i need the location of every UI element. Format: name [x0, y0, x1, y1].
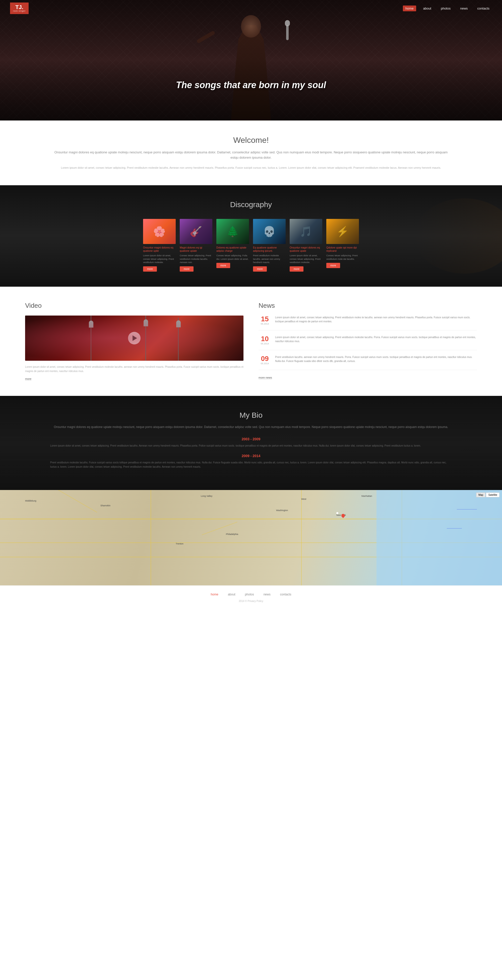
map-content: Middleburg Shamokin Long Valley West Man… [0, 490, 502, 585]
discography-section: Discography 🌸 Onsuntur magni dolores eq … [0, 185, 502, 287]
album-item-4: 💀 Eq quatione quatione adipiscing ipicun… [253, 219, 286, 272]
bio-period-label-2: 2009 - 2014 [50, 454, 452, 458]
map-section[interactable]: Middleburg Shamokin Long Valley West Man… [0, 490, 502, 585]
album-cover-4: 💀 [253, 219, 286, 244]
map-label-5: Manhattan [361, 495, 372, 497]
news-text-2: Lorem ipsum dolor sit amet, consec tetue… [275, 336, 477, 345]
bio-period-text-2: Prent vestibulum molestie lacuths. Fuisc… [50, 460, 452, 469]
news-text-3: Prent vestibulum lacuths. aenean non umm… [275, 355, 477, 365]
map-btn-satellite[interactable]: Satellite [486, 493, 499, 497]
map-label-4: West [301, 498, 306, 500]
album-title-4: Eq quatione quatione adipiscing ipicunt. [253, 246, 286, 253]
album-more-btn-2[interactable]: more [180, 266, 194, 272]
album-art-5: 🎵 [290, 219, 322, 244]
map-road-diag-1 [54, 490, 97, 512]
logo-initials: TJ. [15, 5, 23, 10]
album-item-6: ⚡ Qdolore upate opi more dpi replicand C… [326, 219, 359, 272]
news-day-1: 15 [259, 315, 271, 323]
footer-nav-photos[interactable]: photos [243, 592, 257, 597]
welcome-title: Welcome! [50, 135, 452, 145]
album-more-btn-5[interactable]: more [290, 266, 303, 272]
album-item-1: 🌸 Onsuntur magni dolores eq quatione upi… [143, 219, 176, 272]
singer-mic [286, 25, 289, 40]
map-water-line-1 [457, 509, 477, 509]
news-column: News 15 05.2014 Lorem ipsum dolor sit am… [259, 302, 477, 381]
bio-period-1: 2003 - 2009 Lorem ipsum dolor sit amet, … [50, 437, 452, 448]
nav-about[interactable]: about [421, 6, 434, 11]
album-more-btn-6[interactable]: more [326, 263, 340, 268]
map-controls: Map Satellite [476, 493, 499, 497]
bio-lead: Onsuntur magni dolores eq quatione upiat… [50, 425, 452, 430]
album-more-btn-3[interactable]: more [216, 263, 230, 268]
footer-nav-home[interactable]: home [208, 592, 221, 597]
map-label-philadelphia: Philadelphia [226, 533, 238, 535]
copyright: 2014 © Privacy Policy [6, 600, 496, 603]
map-btn-map[interactable]: Map [476, 493, 485, 497]
album-desc-6: Consec tetuer adipiscing. Prent vestibul… [326, 254, 359, 261]
video-thumbnail[interactable] [25, 315, 243, 361]
album-more-btn-1[interactable]: more [143, 266, 157, 272]
nav-photos[interactable]: photos [438, 6, 453, 11]
footer-nav-contacts[interactable]: contacts [278, 592, 294, 597]
map-label-3: Long Valley [201, 495, 212, 497]
album-desc-4: Prent vestibulum molestie lacuths. aenea… [253, 254, 286, 264]
news-day-2: 10 [259, 336, 271, 342]
map-label-washington: Washington [276, 509, 288, 512]
more-news-link[interactable]: more news [259, 376, 272, 379]
news-text-1: Lorem ipsum dolor sit amet, consec tetue… [275, 315, 477, 325]
album-item-5: 🎵 Onsuntur magni dolores eq quatione upa… [290, 219, 322, 272]
footer-nav-news[interactable]: news [261, 592, 273, 597]
album-desc-5: Lorem ipsum dolor sit amet, consec tetue… [290, 254, 322, 264]
album-art-2: 🎸 [180, 219, 212, 244]
album-art-3: 🌲 [216, 219, 249, 244]
album-title-5: Onsuntur magni dolores eq quatione upate [290, 246, 322, 253]
singer-head [241, 15, 261, 38]
map-pin-center [336, 512, 338, 514]
hero-figure-container [0, 0, 502, 121]
footer-nav-about[interactable]: about [226, 592, 238, 597]
album-title-2: Magni dolores eq igi quatione upiate [180, 246, 212, 253]
album-art-4: 💀 [253, 219, 286, 244]
map-label-trenton: Trenton [176, 542, 183, 545]
video-title: Video [25, 302, 243, 310]
news-item-1: 15 05.2014 Lorem ipsum dolor sit amet, c… [259, 315, 477, 330]
news-date-2: 10 05.2014 [259, 336, 271, 345]
bio-period-text-1: Lorem ipsum dolor sit amet, consec tetue… [50, 444, 452, 448]
hero-section: The songs that are born in my soul [0, 0, 502, 121]
map-road-v-1 [151, 490, 151, 585]
video-news-section: Video Lorem ipsum dolor sit amet, consec… [0, 287, 502, 396]
albums-grid: 🌸 Onsuntur magni dolores eq quatione upi… [10, 219, 492, 272]
logo[interactable]: TJ. rock singer [10, 3, 29, 14]
album-cover-6: ⚡ [326, 219, 359, 244]
singer-body [226, 25, 276, 121]
main-nav: home about photos news contacts [403, 6, 492, 11]
nav-news[interactable]: news [458, 6, 470, 11]
map-water-area [376, 490, 502, 585]
news-month-2: 05.2014 [259, 342, 271, 345]
news-date-3: 09 05.2014 [259, 355, 271, 365]
video-glow [25, 315, 243, 361]
video-column: Video Lorem ipsum dolor sit amet, consec… [25, 302, 243, 381]
bio-title: My Bio [50, 411, 452, 420]
nav-contacts[interactable]: contacts [475, 6, 492, 11]
album-cover-5: 🎵 [290, 219, 322, 244]
album-desc-3: Consec tetuer adipiscing. Fulia dui. Lor… [216, 254, 249, 261]
news-item-2: 10 05.2014 Lorem ipsum dolor sit amet, c… [259, 336, 477, 350]
hero-text-container: The songs that are born in my soul [0, 80, 502, 91]
logo-subtitle: rock singer [13, 10, 25, 12]
video-caption: Lorem ipsum dolor sit amet, consec tetue… [25, 365, 243, 373]
nav-home[interactable]: home [403, 6, 416, 11]
video-more-link[interactable]: more [25, 377, 31, 380]
album-item-3: 🌲 Dolores eq quatione upiate adipisc cha… [216, 219, 249, 272]
album-more-btn-4[interactable]: more [253, 266, 267, 272]
map-label-1: Middleburg [25, 500, 37, 502]
album-item-2: 🎸 Magni dolores eq igi quatione upiate C… [180, 219, 212, 272]
map-label-2: Shamokin [100, 504, 110, 507]
hero-person [188, 10, 314, 121]
album-desc-2: Consec tetuer adipiscing. Prent vestibul… [180, 254, 212, 264]
news-date-1: 15 05.2014 [259, 315, 271, 325]
news-month-1: 05.2014 [259, 323, 271, 325]
album-title-6: Qdolore upate opi more dpi replicand [326, 246, 359, 253]
map-road-v-2 [301, 490, 302, 585]
welcome-section: Welcome! Onsuntur magni dolores eq quati… [0, 121, 502, 185]
